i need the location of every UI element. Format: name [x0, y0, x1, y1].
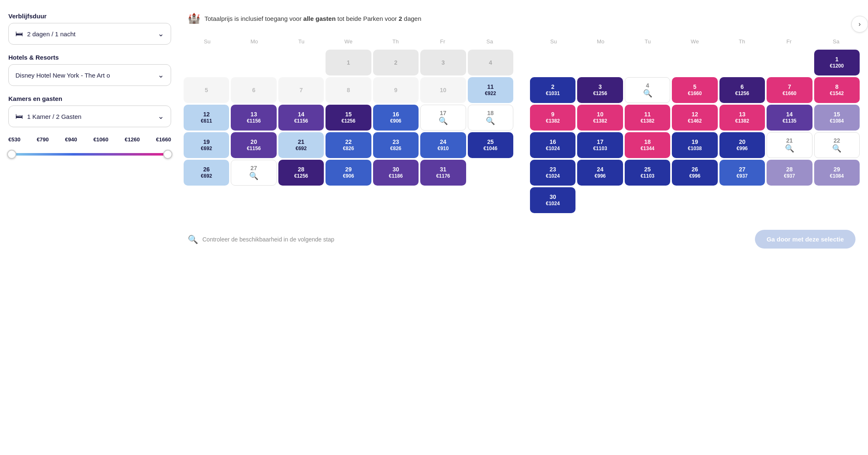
hotels-section: Hotels & Resorts Disney Hotel New York -… — [8, 54, 171, 86]
calendar-right-header: Su Mo Tu We Th Fr Sa — [530, 37, 860, 46]
search-icon: 🔍 — [832, 144, 841, 153]
kamers-label: Kamers en gasten — [8, 95, 171, 102]
calendar-cell[interactable]: 18🔍 — [468, 105, 513, 131]
calendar-cell[interactable]: 30€1186 — [373, 160, 419, 186]
calendar-cell — [719, 187, 765, 213]
calendar-cell[interactable]: 20€1156 — [231, 132, 276, 158]
info-banner: 🏰 Totaalprijs is inclusief toegang voor … — [184, 13, 860, 24]
calendar-cell[interactable]: 18€1344 — [625, 132, 670, 158]
calendar-cell[interactable]: 27🔍 — [231, 160, 276, 186]
calendar-cell — [814, 187, 860, 213]
hotels-dropdown[interactable]: Disney Hotel New York - The Art o ⌄ — [8, 64, 171, 86]
chevron-down-icon: ⌄ — [158, 29, 164, 38]
footer-check-text: Controleer de beschikbaarheid in de volg… — [202, 236, 334, 243]
price-label-2: €940 — [65, 136, 77, 143]
calendar-cell[interactable]: 3€1256 — [577, 77, 623, 103]
price-label-0: €530 — [8, 136, 20, 143]
chevron-down-icon-kamers: ⌄ — [158, 112, 164, 121]
range-thumb-right[interactable] — [163, 150, 172, 159]
page-container: Verblijfsduur 🛏 2 dagen / 1 nacht ⌄ Hote… — [0, 0, 868, 455]
calendar-cell[interactable]: 14€1156 — [278, 105, 324, 131]
verblijfsduur-section: Verblijfsduur 🛏 2 dagen / 1 nacht ⌄ — [8, 13, 171, 45]
info-text: Totaalprijs is inclusief toegang voor al… — [204, 15, 421, 22]
calendar-cell[interactable]: 28€1256 — [278, 160, 324, 186]
calendar-cell[interactable]: 13€1382 — [719, 105, 765, 131]
calendar-cell[interactable]: 12€1462 — [672, 105, 717, 131]
calendars-wrapper: › Su Mo Tu We Th Fr Sa 1234567891011€922 — [184, 37, 860, 213]
calendar-cell[interactable]: 14€1135 — [767, 105, 812, 131]
calendar-cell[interactable]: 13€1156 — [231, 105, 276, 131]
calendar-cell: 7 — [278, 77, 324, 103]
calendar-cell — [278, 50, 324, 75]
calendar-cell[interactable]: 15€1256 — [326, 105, 371, 131]
calendar-cell[interactable]: 29€1084 — [814, 160, 860, 186]
search-icon: 🔍 — [486, 116, 495, 126]
range-thumb-left[interactable] — [7, 150, 16, 159]
calendar-cell[interactable]: 11€922 — [468, 77, 513, 103]
calendar-cell — [468, 160, 513, 186]
calendar-cell[interactable]: 8€1542 — [814, 77, 860, 103]
calendar-cell[interactable]: 27€937 — [719, 160, 765, 186]
calendar-cell[interactable]: 16€906 — [373, 105, 419, 131]
price-range-section: €530 €790 €940 €1060 €1260 €1660 — [8, 136, 171, 162]
calendar-cell[interactable]: 7€1660 — [767, 77, 812, 103]
calendar-cell[interactable]: 11€1382 — [625, 105, 670, 131]
hotels-value: Disney Hotel New York - The Art o — [15, 72, 110, 79]
verblijfsduur-value: 2 dagen / 1 nacht — [27, 30, 76, 38]
calendar-cell[interactable]: 6€1256 — [719, 77, 765, 103]
calendar-cell — [672, 187, 717, 213]
calendar-cell[interactable]: 20€996 — [719, 132, 765, 158]
chevron-down-icon-hotels: ⌄ — [158, 70, 164, 80]
calendar-cell[interactable]: 17€1103 — [577, 132, 623, 158]
bed-icon-2: 🛏 — [15, 112, 23, 121]
calendar-cell[interactable]: 10€1382 — [577, 105, 623, 131]
price-labels: €530 €790 €940 €1060 €1260 €1660 — [8, 136, 171, 143]
calendar-cell[interactable]: 23€826 — [373, 132, 419, 158]
calendar-cell[interactable]: 2€1031 — [530, 77, 575, 103]
search-icon: 🔍 — [785, 144, 794, 153]
calendar-cell[interactable]: 17🔍 — [420, 105, 466, 131]
verblijfsduur-dropdown[interactable]: 🛏 2 dagen / 1 nacht ⌄ — [8, 23, 171, 45]
calendar-cell[interactable]: 1€1200 — [814, 50, 860, 75]
calendar-cell[interactable]: 22€826 — [326, 132, 371, 158]
calendar-cell[interactable]: 28€937 — [767, 160, 812, 186]
calendar-cell: 10 — [420, 77, 466, 103]
calendar-cell[interactable]: 29€906 — [326, 160, 371, 186]
chevron-right-icon: › — [858, 20, 860, 28]
calendar-cell[interactable]: 9€1382 — [530, 105, 575, 131]
calendar-cell[interactable]: 22🔍 — [814, 132, 860, 158]
price-label-4: €1260 — [125, 136, 140, 143]
calendar-cell[interactable]: 21🔍 — [767, 132, 812, 158]
calendar-cell — [672, 50, 717, 75]
calendar-cell[interactable]: 26€996 — [672, 160, 717, 186]
calendar-cell[interactable]: 26€692 — [184, 160, 229, 186]
calendar-cell: 8 — [326, 77, 371, 103]
park-icon: 🏰 — [188, 13, 200, 24]
proceed-button[interactable]: Ga door met deze selectie — [755, 230, 855, 249]
calendar-cell — [577, 50, 623, 75]
calendar-cell[interactable]: 25€1103 — [625, 160, 670, 186]
calendar-cell[interactable]: 12€611 — [184, 105, 229, 131]
calendar-cell[interactable]: 15€1084 — [814, 105, 860, 131]
calendar-cell[interactable]: 19€692 — [184, 132, 229, 158]
calendar-cell[interactable]: 5€1660 — [672, 77, 717, 103]
calendar-cell — [719, 50, 765, 75]
calendar-cell[interactable]: 16€1024 — [530, 132, 575, 158]
kamers-dropdown[interactable]: 🛏 1 Kamer / 2 Gasten ⌄ — [8, 106, 171, 127]
calendar-cell: 2 — [373, 50, 419, 75]
kamers-value: 1 Kamer / 2 Gasten — [27, 113, 81, 120]
calendar-cell[interactable]: 25€1046 — [468, 132, 513, 158]
calendar-cell[interactable]: 30€1024 — [530, 187, 575, 213]
calendar-cell[interactable]: 23€1024 — [530, 160, 575, 186]
price-range-slider[interactable] — [8, 147, 171, 162]
calendar-cell[interactable]: 4🔍 — [625, 77, 670, 103]
calendars-row: Su Mo Tu We Th Fr Sa 1234567891011€92212… — [184, 37, 860, 213]
calendar-cell[interactable]: 31€1176 — [420, 160, 466, 186]
calendar-cell[interactable]: 19€1038 — [672, 132, 717, 158]
calendar-cell[interactable]: 24€996 — [577, 160, 623, 186]
calendar-cell: 4 — [468, 50, 513, 75]
calendar-cell[interactable]: 21€692 — [278, 132, 324, 158]
calendar-cell — [625, 187, 670, 213]
calendar-next-button[interactable]: › — [851, 16, 868, 33]
calendar-cell[interactable]: 24€910 — [420, 132, 466, 158]
